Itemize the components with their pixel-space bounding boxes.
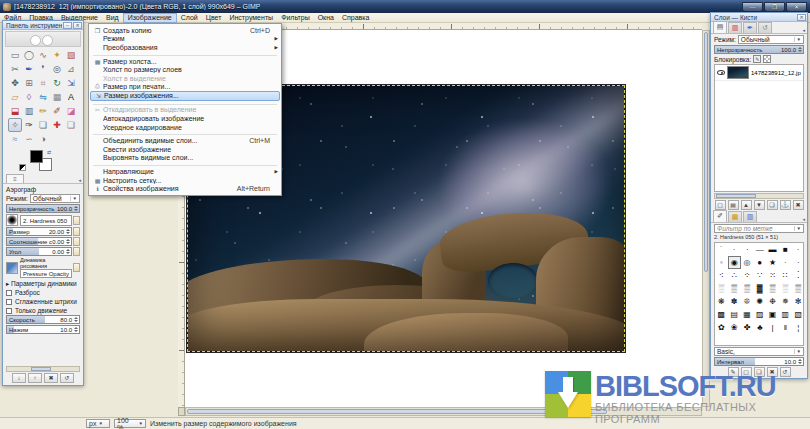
tool-fuzzy-select[interactable]: ✦ [50,48,64,62]
delete-layer-button[interactable]: ✖ [793,200,804,210]
checkbox-smooth-stroke[interactable]: Сглаженные штрихи [6,297,80,306]
layer-mode-select[interactable]: Обычный ▼ [738,35,804,44]
tool-shear[interactable]: ▱ [8,90,22,104]
spinner-icon[interactable] [66,227,71,236]
brush-cell[interactable]: ❉ [766,295,779,308]
menu-help[interactable]: Справка [338,13,373,23]
tool-bucket-fill[interactable]: ⬓ [8,104,22,118]
brush-cell[interactable]: ◉ [728,256,741,269]
tool-crop[interactable]: ⌗ [36,76,50,90]
brush-cell[interactable]: ¦ [792,321,804,334]
toolbox-minimize-button[interactable]: – [63,22,72,29]
rate-slider[interactable]: Скорость 80.0 [6,315,80,324]
brush-cell[interactable]: ▣ [766,308,779,321]
menu-windows[interactable]: Окна [314,13,338,23]
tool-rotate[interactable]: ↻ [50,76,64,90]
brush-cell[interactable]: ▒ [792,282,804,295]
options-scrollbar[interactable] [6,366,80,372]
maximize-button[interactable]: ❐ [764,2,785,12]
menu-item-align-visible[interactable]: Выровнять видимые слои... [90,154,280,163]
layers-scrollbar[interactable] [714,193,804,199]
menu-item-print-size[interactable]: ⎙ Размер при печати... [90,83,280,92]
tab-gradients[interactable]: ▥ [743,211,757,222]
brush-name-field[interactable]: 2. Hardness 050 [20,215,72,226]
raise-layer-button[interactable]: ▲ [741,200,752,210]
dynamics-preview-icon[interactable] [6,262,18,274]
zoom-select[interactable]: 100 % ▼ [114,419,146,428]
toolbox-title-bar[interactable]: Панель инструментов – ✕ [3,21,83,30]
brush-cell[interactable]: ● [753,256,766,269]
brush-cell[interactable]: ▥ [779,308,792,321]
brush-cell[interactable]: ✺ [753,295,766,308]
checkbox-motion-only[interactable]: Только движение [6,306,80,315]
tool-select-by-color[interactable]: ▧ [64,48,78,62]
brush-cell[interactable]: ∷ [779,269,792,282]
brush-cell[interactable]: · [779,256,792,269]
brush-cell[interactable]: ❋ [715,295,728,308]
brush-cell[interactable]: ◎ [741,256,754,269]
brush-cell[interactable]: ∙ [741,243,754,256]
brush-cell[interactable]: ✵ [779,295,792,308]
options-scrollbar-thumb[interactable] [31,367,51,371]
menu-color[interactable]: Цвет [202,13,226,23]
menu-view[interactable]: Вид [102,13,123,23]
close-button[interactable]: ✕ [786,2,807,12]
paint-mode-select[interactable]: Обычный ▼ [30,194,80,203]
brush-cell[interactable]: ░ [715,282,728,295]
horizontal-scrollbar-thumb[interactable] [187,409,607,414]
tool-gradient[interactable]: ▥ [22,104,36,118]
vertical-scrollbar-thumb[interactable] [704,32,708,272]
menu-layer[interactable]: Слой [177,13,202,23]
brush-cell[interactable]: ∙ [792,256,804,269]
dynamics-field[interactable]: Pressure Opacity [20,269,72,278]
tool-scissors[interactable]: ✂ [8,62,22,76]
checkbox-icon[interactable] [6,308,12,314]
menu-item-autocrop[interactable]: Автокадрировать изображение [90,114,280,123]
brush-cell[interactable]: · [792,243,804,256]
tool-heal[interactable]: ✚ [50,118,64,132]
menu-item-canvas-size[interactable]: ▦ Размер холста... [90,57,280,66]
tool-color-picker[interactable]: ❜ [36,62,50,76]
tool-cage[interactable]: ▦ [50,90,64,104]
brush-cell[interactable]: ▒ [766,282,779,295]
menu-item-mode[interactable]: Режим ▶ [90,35,280,44]
tool-text[interactable]: A [64,90,78,104]
reset-options-button[interactable]: ↺ [60,373,74,383]
pressure-slider[interactable]: Нажим 10.0 [6,325,80,334]
brush-cell[interactable]: ⁖ [715,269,728,282]
menu-item[interactable] [93,132,277,135]
angle-link-button[interactable] [73,247,80,256]
swap-colors-icon[interactable]: ⇄ [47,149,51,155]
tab-layers[interactable]: ▤ [713,21,727,33]
spinner-icon[interactable] [66,247,71,256]
new-layer-button[interactable]: ▢ [715,200,726,210]
opacity-slider[interactable]: Непрозрачность 100.0 [6,204,80,213]
tool-align[interactable]: ⊞ [22,76,36,90]
brush-cell[interactable]: ✤ [741,321,754,334]
aspect-link-button[interactable] [73,237,80,246]
brush-cell[interactable]: ▒ [728,282,741,295]
menu-item-guides[interactable]: Направляющие ▶ [90,167,280,176]
brush-cell[interactable]: ▬ [766,243,779,256]
brush-cell[interactable]: ■ [779,243,792,256]
brush-cell[interactable]: ✿ [715,321,728,334]
size-slider[interactable]: Размер 20.00 [6,227,72,236]
default-colors-icon[interactable] [19,164,26,171]
menu-filters[interactable]: Фильтры [277,13,314,23]
vertical-scrollbar[interactable] [702,30,710,407]
tool-paintbrush[interactable]: ✐ [50,104,64,118]
menu-item-transform[interactable]: Преобразования ▶ [90,43,280,52]
save-options-button[interactable]: ↓ [12,373,26,383]
brush-cell[interactable]: ▓ [753,282,766,295]
tab-configure-icon[interactable]: ◂ [802,27,805,33]
brush-cell[interactable]: ✻ [792,295,804,308]
brush-cell[interactable]: ▨ [753,308,766,321]
brush-spacing-slider[interactable]: Интервал 10.0 [714,357,804,366]
menu-image[interactable]: Изображение [123,13,177,23]
lock-pixels-icon[interactable]: ✎ [753,55,761,63]
brush-cell[interactable]: | [766,321,779,334]
duplicate-layer-button[interactable]: ❏ [767,200,778,210]
tool-pencil[interactable]: ✏ [36,104,50,118]
tool-perspective-clone[interactable]: ❏ [64,118,78,132]
tool-scale[interactable]: ⇲ [64,76,78,90]
